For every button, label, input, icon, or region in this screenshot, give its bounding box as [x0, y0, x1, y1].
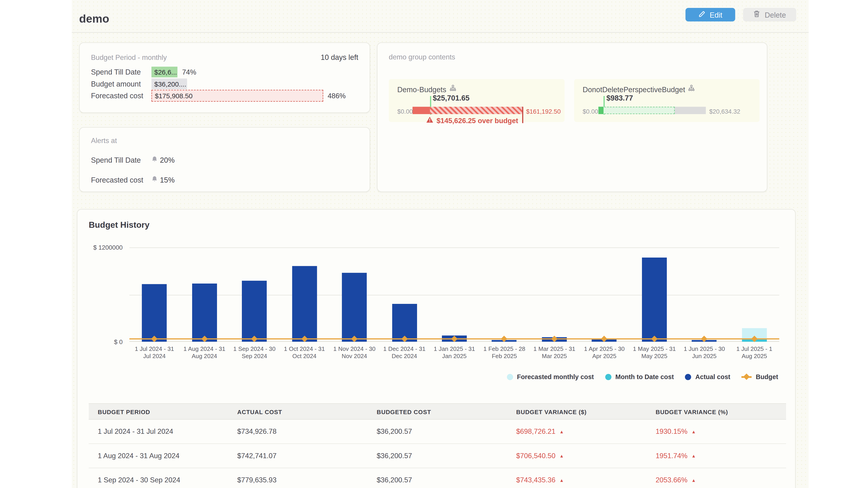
table-row[interactable]: 1 Sep 2024 - 30 Sep 2024$779,635.93$36,2… [89, 468, 786, 488]
budget-period-row-label: Forecasted cost [91, 92, 152, 100]
legend-budget-marker-icon [742, 374, 752, 380]
legend-item[interactable]: Budget [742, 373, 778, 380]
table-row[interactable]: 1 Aug 2024 - 31 Aug 2024$742,741.07$36,2… [89, 444, 786, 468]
legend-label: Month to Date cost [615, 373, 674, 380]
legend-item[interactable]: Forecasted monthly cost [507, 373, 594, 380]
cell-actual-cost: $779,635.93 [228, 468, 368, 488]
alert-row: Forecasted cost15% [80, 176, 370, 184]
cell-budget-period: 1 Aug 2024 - 31 Aug 2024 [89, 444, 228, 468]
alert-threshold: 15% [160, 176, 175, 184]
viewport: demo Edit Delete Budget Period - monthly… [0, 0, 868, 488]
x-axis-tick-label: 1 Mar 2025 - 31Mar 2025 [529, 345, 579, 360]
org-hierarchy-icon [688, 85, 695, 94]
org-hierarchy-icon [450, 85, 456, 94]
bar-actual-cost[interactable] [242, 281, 267, 341]
budget-tile[interactable]: DonotDeletePerspectiveBudget$983.77$0.00… [574, 79, 760, 122]
budget-tile-name-label: DonotDeletePerspectiveBudget [583, 85, 685, 94]
budget-period-percent: 74% [182, 68, 196, 76]
cell-budgeted-cost: $36,200.57 [368, 420, 507, 444]
budget-period-row: Forecasted cost$175,908.50486% [80, 90, 370, 102]
spend-till-date-value: $25,701.65 [433, 94, 469, 102]
bar-actual-cost[interactable] [642, 258, 667, 341]
bell-icon [151, 156, 158, 164]
cell-budget-variance-pct: 1951.74%▲ [647, 444, 786, 468]
table-row[interactable]: 1 Jul 2024 - 31 Jul 2024$734,926.78$36,2… [89, 420, 786, 444]
x-axis-tick-label: 1 May 2025 - 31May 2025 [629, 345, 679, 360]
group-contents-card: demo group contents Demo-Budgets$25,701.… [377, 42, 768, 192]
variance-up-icon: ▲ [691, 453, 696, 458]
bar-actual-cost[interactable] [142, 284, 167, 342]
alert-row-value: 15% [151, 176, 175, 184]
budget-period-row: Spend Till Date$26,6...74% [80, 66, 370, 78]
cell-actual-cost: $734,926.78 [228, 420, 368, 444]
alert-threshold: 20% [160, 156, 175, 164]
legend-dot-icon [685, 374, 691, 380]
budget-progress-bar [412, 107, 523, 114]
x-axis-tick-label: 1 Jan 2025 - 31Jan 2025 [430, 345, 479, 360]
chart-legend: Forecasted monthly costMonth to Date cos… [507, 373, 778, 380]
cell-budget-variance-usd: $698,726.21▲ [507, 420, 647, 444]
legend-item[interactable]: Actual cost [685, 373, 730, 380]
alert-row-label: Forecasted cost [91, 176, 152, 184]
budget-tile-name: DonotDeletePerspectiveBudget [583, 85, 695, 94]
bar-actual-cost[interactable] [192, 283, 217, 341]
legend-item[interactable]: Month to Date cost [605, 373, 674, 380]
group-contents-title: demo group contents [377, 43, 767, 61]
cell-actual-cost: $742,741.07 [228, 444, 368, 468]
bar-end-label: $161,192.50 [526, 108, 561, 115]
spend-segment [598, 107, 604, 114]
chart-plot [129, 248, 779, 342]
over-budget-line [522, 107, 523, 123]
variance-up-icon: ▲ [559, 429, 564, 434]
x-axis-tick-label: 1 Jul 2024 - 31Jul 2024 [129, 345, 180, 360]
delete-button-label: Delete [765, 10, 786, 19]
days-left-label: 10 days left [321, 53, 358, 62]
x-axis-tick-label: 1 Jun 2025 - 30Jun 2025 [679, 345, 729, 360]
bar-actual-cost[interactable] [292, 266, 317, 342]
edit-button[interactable]: Edit [686, 8, 735, 22]
budget-period-value-chip: $36,200.... [151, 78, 187, 90]
budget-tile-name: Demo-Budgets [397, 85, 456, 94]
x-axis-tick-label: 1 Jul 2025 - 1Aug 2025 [730, 345, 779, 360]
cell-budget-variance-pct: 2053.66%▲ [647, 468, 786, 488]
table-header-cell: BUDGET VARIANCE (%) [647, 404, 786, 419]
alert-row: Spend Till Date20% [80, 156, 370, 164]
variance-up-icon: ▲ [691, 478, 696, 483]
legend-label: Actual cost [695, 373, 730, 380]
alerts-card: Alerts at Spend Till Date20%Forecasted c… [79, 127, 370, 192]
x-axis-tick-label: 1 Sep 2024 - 30Sep 2024 [229, 345, 279, 360]
x-axis-labels: 1 Jul 2024 - 31Jul 20241 Aug 2024 - 31Au… [129, 345, 779, 360]
gridline-mid [129, 295, 779, 295]
variance-up-icon: ▲ [559, 453, 564, 458]
budget-tile[interactable]: Demo-Budgets$25,701.65$0.00$161,192.50$1… [389, 79, 565, 122]
budget-period-title: Budget Period - monthly [91, 54, 167, 62]
table-header-row: BUDGET PERIODACTUAL COSTBUDGETED COSTBUD… [89, 403, 786, 420]
header-divider [72, 32, 809, 33]
over-budget-label: $145,626.25 over budget [426, 116, 518, 125]
pencil-icon [698, 10, 705, 19]
bar-start-label: $0.00 [583, 108, 598, 115]
x-axis-tick-label: 1 Nov 2024 - 30Nov 2024 [329, 345, 379, 360]
budget-period-row: Budget amount$36,200.... [80, 78, 370, 90]
x-axis-tick-label: 1 Apr 2025 - 30Apr 2025 [579, 345, 629, 360]
bar-actual-cost[interactable] [342, 272, 367, 341]
cell-budget-variance-usd: $743,435.36▲ [507, 468, 647, 488]
y-axis-label-bottom: $ 0 [83, 338, 123, 345]
budget-period-row-label: Budget amount [91, 80, 152, 88]
budget-period-card: Budget Period - monthly 10 days left Spe… [79, 42, 370, 113]
cell-budgeted-cost: $36,200.57 [368, 444, 507, 468]
budget-history-table: BUDGET PERIODACTUAL COSTBUDGETED COSTBUD… [89, 403, 786, 488]
alerts-title: Alerts at [80, 128, 370, 144]
bell-icon [151, 176, 158, 184]
page-title: demo [79, 12, 109, 26]
budget-period-value-chip: $26,6... [151, 67, 178, 77]
alert-rows: Spend Till Date20%Forecasted cost15% [80, 156, 370, 184]
budget-tile-name-label: Demo-Budgets [397, 85, 446, 94]
edit-button-label: Edit [710, 10, 722, 19]
cell-budget-period: 1 Jul 2024 - 31 Jul 2024 [89, 420, 228, 444]
delete-button[interactable]: Delete [743, 8, 796, 22]
x-axis-tick-label: 1 Feb 2025 - 28Feb 2025 [479, 345, 529, 360]
table-header-cell: BUDGETED COST [368, 404, 507, 419]
bar-end-label: $20,634.32 [709, 108, 741, 115]
table-header-cell: BUDGET PERIOD [89, 404, 228, 419]
